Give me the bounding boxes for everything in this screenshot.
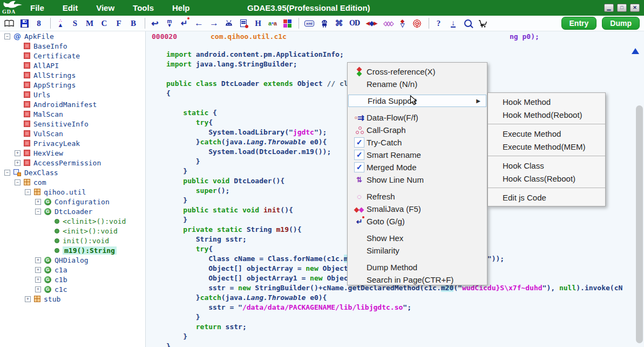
search-icon[interactable] (464, 18, 472, 29)
submenu-item-edit-js-code[interactable]: Edit js Code (488, 191, 605, 204)
maximize-button[interactable]: □ (617, 4, 627, 12)
context-menu-item-cross-reference-x-[interactable]: Cross-reference(X) (348, 65, 487, 78)
expand-expander-icon[interactable]: + (35, 286, 41, 292)
report-icon[interactable] (239, 18, 248, 29)
tree-item-certificate[interactable]: Certificate (0, 51, 145, 61)
menubar-item-tools[interactable]: Tools (124, 3, 163, 12)
tree-item-androidmanifest[interactable]: AndroidManifest (0, 99, 145, 109)
android-icon[interactable] (225, 18, 233, 29)
context-menu-item-merged-mode[interactable]: ✓Merged Mode (348, 161, 487, 174)
submenu-item-hook-method-reboot-[interactable]: Hook Method(Reboot) (488, 108, 605, 121)
expand-expander-icon[interactable]: + (25, 296, 31, 302)
context-menu-item-search-in-page-ctr-f-[interactable]: Search in Page(CTR+F) (348, 273, 487, 286)
context-menu-item-refresh[interactable]: ◌Refresh (348, 190, 487, 203)
open-file-icon[interactable] (4, 18, 14, 29)
submenu-item-hook-method[interactable]: Hook Method (488, 95, 605, 108)
strings-icon[interactable]: S (71, 18, 79, 29)
menubar-item-help[interactable]: Help (163, 3, 199, 12)
blocks-icon[interactable] (283, 18, 292, 29)
tree-item-stub[interactable]: +stub (0, 294, 145, 304)
context-menu-item-show-hex[interactable]: Show Hex (348, 232, 487, 244)
scroll-top-arrow-icon[interactable] (632, 48, 639, 54)
tree-item-qhdialog[interactable]: +GQHDialog (0, 255, 145, 265)
collapse-expander-icon[interactable]: − (4, 170, 10, 176)
jump-back-icon[interactable]: ↩ (151, 18, 159, 29)
method-down-icon[interactable]: m▼ (165, 18, 174, 29)
tree-item-init-void[interactable]: init():void (0, 236, 145, 245)
method-icon[interactable]: M (85, 18, 94, 29)
shortcut-icon[interactable]: ⌘ (335, 18, 343, 29)
tree-item-dexclass[interactable]: −DexClass (0, 168, 145, 177)
expand-expander-icon[interactable]: + (15, 160, 21, 166)
submenu-item-hook-class-reboot-[interactable]: Hook Class(Reboot) (488, 172, 605, 185)
tree-item-apkfile[interactable]: −@ApkFile (0, 31, 145, 41)
tree-item-accesspermission[interactable]: +AccessPermission (0, 158, 145, 168)
submenu-item-execute-method-mem-[interactable]: Execute Method(MEM) (488, 140, 605, 153)
tree-item-c1b[interactable]: +Gc1b (0, 275, 145, 284)
dataflow-icon[interactable]: ◀◆▶ (366, 18, 377, 29)
context-menu-item-smalijava-f5-[interactable]: SmaliJava (F5) (348, 203, 487, 215)
collapse-expander-icon[interactable]: − (4, 34, 10, 39)
tree-item-appstrings[interactable]: AppStrings (0, 80, 145, 90)
apk-robot-icon[interactable] (320, 18, 329, 29)
context-menu-item-data-flow-f-f-[interactable]: ○⇉Data-Flow(F/f) (348, 111, 487, 124)
expand-expander-icon[interactable]: + (15, 150, 21, 156)
submenu-item-execute-method[interactable]: Execute Method (488, 127, 605, 140)
context-menu-item-dump-method[interactable]: Dump Method (348, 261, 487, 273)
context-menu-item-rename-n-n-[interactable]: Rename (N/n) (348, 78, 487, 90)
tree-item--init-void[interactable]: <init>():void (0, 226, 145, 236)
tree-item-urls[interactable]: Urls (0, 90, 145, 99)
cart-icon[interactable] (478, 18, 487, 29)
checked-checkbox-icon[interactable]: ✓ (352, 150, 367, 160)
tree-item-com[interactable]: −com (0, 177, 145, 187)
goto-line-icon[interactable]: ↵ (180, 18, 188, 29)
tree-item-sensitiveinfo[interactable]: SensitiveInfo (0, 119, 145, 129)
context-menu-item-smart-rename[interactable]: ✓Smart Rename (348, 149, 487, 161)
class-icon[interactable]: C (100, 18, 109, 29)
menubar-item-edit[interactable]: Edit (53, 3, 87, 12)
tree-item-dtcloader[interactable]: −GDtcLoader (0, 206, 145, 216)
collapse-expander-icon[interactable]: − (15, 179, 21, 185)
context-menu-item-goto-g-g-[interactable]: ↵Goto (G/g) (348, 215, 487, 228)
expand-expander-icon[interactable]: + (35, 267, 41, 273)
signature-icon[interactable]: ∴▲ (56, 18, 65, 29)
save-icon[interactable] (20, 18, 29, 29)
download-icon[interactable]: ↓ (449, 18, 458, 29)
fingerprint-icon[interactable] (413, 18, 422, 29)
expand-expander-icon[interactable]: + (35, 199, 41, 205)
entry-button[interactable]: Entry (561, 17, 597, 30)
checked-checkbox-icon[interactable]: ✓ (352, 137, 367, 148)
vertical-scrollbar-thumb[interactable] (636, 105, 643, 343)
bytecode-icon[interactable]: B (129, 18, 138, 29)
tree-item-allapi[interactable]: AllAPI (0, 61, 145, 70)
checked-checkbox-icon[interactable]: ✓ (352, 162, 367, 172)
tree-item-allstrings[interactable]: AllStrings (0, 70, 145, 80)
link-icon[interactable]: 8 (35, 18, 43, 29)
close-button[interactable]: ✕ (630, 4, 640, 12)
menubar-item-view[interactable]: View (87, 3, 124, 12)
rename-icon[interactable]: a*a (268, 18, 277, 29)
back-icon[interactable]: ← (194, 18, 204, 29)
diamonds-icon[interactable]: ◇◇◇ (383, 18, 392, 29)
tree-item--clinit-void[interactable]: <clinit>():void (0, 216, 145, 226)
xml-icon[interactable]: xml (304, 18, 314, 29)
tree-item-malscan[interactable]: MalScan (0, 109, 145, 119)
tree-item-m19-string[interactable]: m19():String (0, 245, 145, 255)
collapse-expander-icon[interactable]: − (35, 209, 41, 215)
tree-item-configuration[interactable]: +GConfiguration (0, 197, 145, 206)
context-menu-item-call-graph[interactable]: Call-Graph (348, 124, 487, 136)
dump-button[interactable]: Dump (602, 17, 640, 30)
hex-icon[interactable]: H (254, 18, 262, 29)
tree-item-hexview[interactable]: +HexView (0, 148, 145, 158)
od-icon[interactable]: OD (349, 18, 360, 29)
forward-icon[interactable]: → (209, 18, 219, 29)
context-menu-item-show-line-num[interactable]: ⇅Show Line Num (348, 174, 487, 186)
context-menu-item-similarity[interactable]: Similarity (348, 244, 487, 257)
tree-item-c1c[interactable]: +Gc1c (0, 284, 145, 294)
tree-item-qihoo-util[interactable]: −qihoo.util (0, 187, 145, 197)
merge-icon[interactable]: ◆▽ (398, 18, 407, 29)
tree-item-privacyleak[interactable]: PrivacyLeak (0, 138, 145, 148)
expand-expander-icon[interactable]: + (35, 277, 41, 283)
tree-item-vulscan[interactable]: VulScan (0, 129, 145, 138)
expand-expander-icon[interactable]: + (35, 257, 41, 263)
